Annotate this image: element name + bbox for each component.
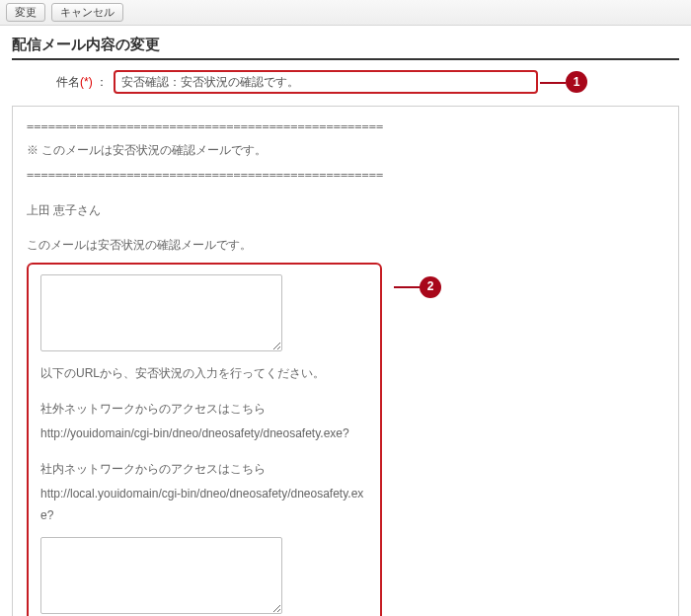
callout-1: 1 bbox=[566, 71, 587, 93]
callout-2-line bbox=[394, 286, 420, 288]
callout-1-line bbox=[540, 82, 566, 84]
subject-input[interactable] bbox=[114, 70, 538, 94]
callout-2: 2 bbox=[394, 276, 441, 298]
page-title: 配信メール内容の変更 bbox=[12, 36, 679, 60]
mail-notice: ※ このメールは安否状況の確認メールです。 bbox=[27, 140, 664, 162]
recipient-name: 上田 恵子さん bbox=[27, 200, 664, 222]
mail-lead: このメールは安否状況の確認メールです。 bbox=[27, 235, 664, 257]
external-url: http://youidomain/cgi-bin/dneo/dneosafet… bbox=[40, 424, 368, 445]
subject-label-text: 件名 bbox=[56, 75, 80, 89]
page: 配信メール内容の変更 件名(*) ： 1 ===================… bbox=[0, 26, 691, 616]
subject-colon: ： bbox=[96, 75, 108, 89]
callout-2-dot: 2 bbox=[420, 276, 441, 298]
subject-row: 件名(*) ： 1 bbox=[56, 70, 679, 94]
editable-region: 2 以下のURLから、安否状況の入力を行ってください。 社外ネットワークからのア… bbox=[27, 263, 382, 616]
internal-url: http://local.youidomain/cgi-bin/dneo/dne… bbox=[40, 484, 368, 526]
separator-mid: ========================================… bbox=[27, 165, 664, 187]
external-access-label: 社外ネットワークからのアクセスはこちら bbox=[40, 399, 368, 421]
cancel-button[interactable]: キャンセル bbox=[51, 3, 123, 22]
subject-label: 件名(*) ： bbox=[56, 74, 108, 91]
required-marker: (*) bbox=[80, 75, 93, 89]
message-textarea-2[interactable] bbox=[40, 537, 282, 614]
mail-content-box: ========================================… bbox=[12, 106, 679, 616]
callout-1-dot: 1 bbox=[566, 71, 587, 93]
message-textarea-1[interactable] bbox=[40, 274, 282, 351]
separator-top: ========================================… bbox=[27, 116, 664, 138]
change-button[interactable]: 変更 bbox=[6, 3, 45, 22]
toolbar: 変更 キャンセル bbox=[0, 0, 691, 26]
internal-access-label: 社内ネットワークからのアクセスはこちら bbox=[40, 459, 368, 481]
instruction-text: 以下のURLから、安否状況の入力を行ってください。 bbox=[40, 363, 368, 385]
